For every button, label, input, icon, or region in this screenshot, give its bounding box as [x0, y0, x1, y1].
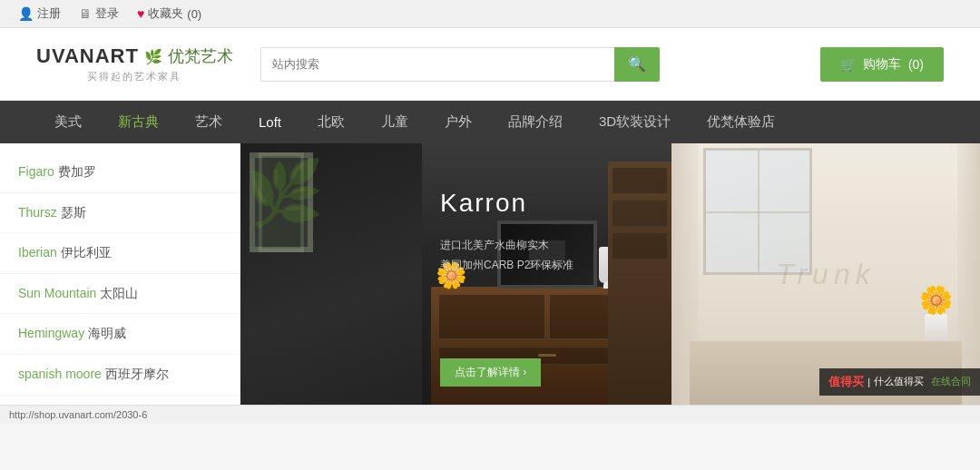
user-icon: 👤 — [18, 6, 34, 21]
sidebar-item-sunmountain[interactable]: Sun Mountain 太阳山 — [0, 274, 240, 315]
sidebar-en-iberian: Iberian — [18, 245, 57, 259]
header: UVANART 🌿 优梵艺术 买得起的艺术家具 🔍 🛒 购物车 (0) — [0, 28, 980, 101]
sidebar-zh-spanishmoore: 西班牙摩尔 — [105, 367, 169, 381]
lr-window — [703, 148, 812, 275]
shelf-3 — [612, 232, 668, 259]
sidebar-item-spanishmoore[interactable]: spanish moore 西班牙摩尔 — [0, 355, 240, 396]
hero-banner: 🌿 — [240, 143, 980, 405]
hero-cta-label: 点击了解详情 › — [455, 365, 526, 380]
login-label: 登录 — [95, 5, 119, 22]
register-link[interactable]: 👤 注册 — [18, 5, 61, 22]
hero-title: Karron — [440, 189, 573, 218]
register-label: 注册 — [37, 5, 61, 22]
sidebar-item-iberian[interactable]: Iberian 伊比利亚 — [0, 233, 240, 274]
drawer-handle — [538, 354, 556, 357]
shelf-2 — [612, 200, 668, 227]
nav-item-brand[interactable]: 品牌介绍 — [490, 101, 581, 143]
window-divider-h — [706, 211, 809, 213]
logo-subtitle: 买得起的艺术家具 — [87, 70, 181, 83]
cabinet-door-left — [438, 294, 545, 339]
sidebar-en-figaro: Figaro — [18, 164, 54, 179]
search-area: 🔍 — [260, 47, 660, 82]
cabinet-shelves — [608, 162, 671, 265]
sidebar-en-sunmountain: Sun Mountain — [18, 286, 96, 300]
sidebar-en-hemingway: Hemingway — [18, 326, 84, 340]
status-bar: http://shop.uvanart.com/2030-6 — [0, 405, 980, 424]
side-cabinet — [608, 162, 671, 405]
sidebar-zh-hemingway: 海明威 — [88, 326, 126, 340]
watermark-text: 值得买 — [828, 374, 864, 390]
status-url: http://shop.uvanart.com/2030-6 — [9, 409, 147, 420]
sidebar: Figaro 费加罗 Thursz 瑟斯 Iberian 伊比利亚 Sun Mo… — [0, 143, 240, 405]
watermark: 值得买 | 什么值得买 在线合同 — [819, 368, 980, 396]
hero-cta-button[interactable]: 点击了解详情 › — [440, 358, 541, 387]
logo-tree-icon: 🌿 — [144, 48, 162, 65]
logo-zh: 优梵艺术 — [168, 45, 233, 67]
hero-desc-line2: 美国加州CARB P2环保标准 — [440, 256, 573, 276]
cart-button[interactable]: 🛒 购物车 (0) — [820, 47, 944, 82]
sidebar-zh-thursz: 瑟斯 — [61, 205, 86, 220]
hero-text-overlay: Karron 进口北美产水曲柳实木 美国加州CARB P2环保标准 — [440, 189, 573, 275]
hero-right-text: Trunk — [776, 257, 875, 290]
nav-item-store[interactable]: 优梵体验店 — [689, 101, 793, 143]
logo-en: UVANART — [36, 44, 139, 68]
heart-icon: ♥ — [137, 6, 144, 21]
favorites-count: (0) — [187, 7, 201, 21]
favorites-link[interactable]: ♥ 收藏夹 (0) — [137, 5, 201, 22]
favorites-label: 收藏夹 — [148, 5, 183, 22]
sidebar-item-figaro[interactable]: Figaro 费加罗 — [0, 152, 240, 193]
nav-bar: 美式 新古典 艺术 Loft 北欧 儿童 户外 品牌介绍 3D软装设计 优梵体验… — [0, 101, 980, 143]
sidebar-zh-iberian: 伊比利亚 — [61, 245, 112, 259]
sidebar-en-spanishmoore: spanish moore — [18, 367, 102, 381]
watermark-subtext: 什么值得买 — [874, 375, 924, 388]
sidebar-zh-sunmountain: 太阳山 — [100, 286, 138, 300]
main-content: Figaro 费加罗 Thursz 瑟斯 Iberian 伊比利亚 Sun Mo… — [0, 143, 980, 405]
cart-icon: 🛒 — [840, 57, 856, 72]
sidebar-zh-figaro: 费加罗 — [58, 164, 96, 179]
nav-item-american[interactable]: 美式 — [36, 101, 100, 143]
sidebar-en-thursz: Thursz — [18, 205, 57, 220]
lr-flower: 🌼 — [919, 287, 953, 314]
sidebar-item-thursz[interactable]: Thursz 瑟斯 — [0, 193, 240, 234]
cart-count: (0) — [908, 57, 924, 72]
watermark-divider: | — [867, 377, 870, 387]
nav-item-art[interactable]: 艺术 — [177, 101, 240, 143]
hero-right-bg: 🌼 Trunk — [671, 143, 980, 405]
search-button[interactable]: 🔍 — [614, 47, 660, 82]
search-icon: 🔍 — [628, 55, 646, 73]
logo[interactable]: UVANART 🌿 优梵艺术 买得起的艺术家具 — [36, 44, 233, 83]
hero-left-bg: 🌿 — [240, 143, 422, 405]
watermark-link[interactable]: 在线合同 — [931, 375, 971, 388]
nav-item-3d[interactable]: 3D软装设计 — [581, 101, 689, 143]
login-link[interactable]: 🖥 登录 — [79, 5, 119, 22]
top-bar: 👤 注册 🖥 登录 ♥ 收藏夹 (0) — [0, 0, 980, 28]
nav-item-outdoor[interactable]: 户外 — [426, 101, 490, 143]
foliage-decoration: 🌿 — [245, 162, 324, 225]
cart-label: 购物车 — [863, 56, 901, 73]
nav-item-children[interactable]: 儿童 — [363, 101, 426, 143]
shelf-1 — [612, 167, 668, 194]
nav-item-nordic[interactable]: 北欧 — [299, 101, 363, 143]
hero-desc-line1: 进口北美产水曲柳实木 — [440, 236, 573, 256]
nav-item-neoclassic[interactable]: 新古典 — [100, 101, 177, 143]
sidebar-item-hemingway[interactable]: Hemingway 海明威 — [0, 314, 240, 355]
login-icon: 🖥 — [79, 6, 92, 21]
search-input[interactable] — [260, 47, 614, 82]
hero-background: 🌿 — [240, 143, 980, 405]
nav-item-loft[interactable]: Loft — [240, 102, 299, 142]
